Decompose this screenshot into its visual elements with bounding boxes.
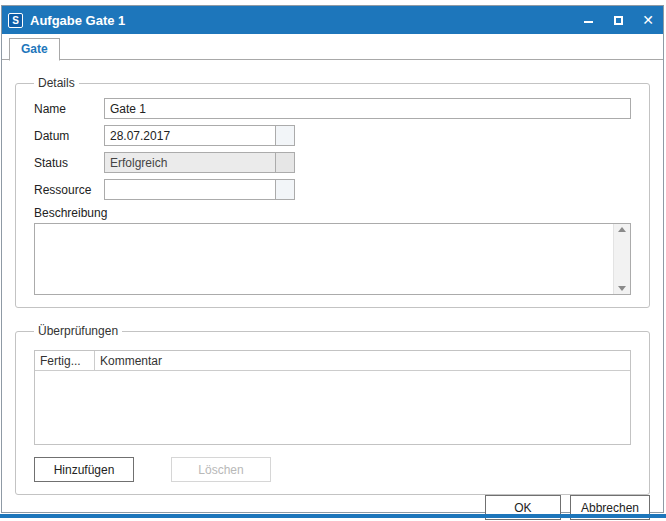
status-value: Erfolgreich (105, 153, 275, 172)
name-row: Name Gate 1 (34, 98, 631, 119)
column-header-kommentar[interactable]: Kommentar (95, 351, 630, 370)
checks-buttons-row: Hinzufügen Löschen (34, 457, 631, 482)
checks-groupbox: Überprüfungen Fertig... Kommentar Hinzuf… (15, 324, 650, 495)
beschreibung-scrollbar[interactable] (613, 224, 630, 294)
loeschen-button[interactable]: Löschen (171, 457, 271, 482)
close-button[interactable]: ✕ (633, 6, 663, 34)
beschreibung-textarea[interactable] (34, 223, 631, 295)
beschreibung-label: Beschreibung (34, 206, 631, 220)
close-icon: ✕ (642, 13, 654, 27)
ressource-value (105, 180, 275, 199)
datum-dropdown-button[interactable] (275, 126, 294, 145)
minimize-button[interactable] (573, 6, 603, 34)
window-title: Aufgabe Gate 1 (30, 13, 573, 28)
name-value: Gate 1 (110, 102, 146, 116)
datum-combobox[interactable]: 28.07.2017 (104, 125, 295, 146)
status-row: Status Erfolgreich (34, 152, 631, 173)
ressource-label: Ressource (34, 183, 104, 197)
datum-value: 28.07.2017 (105, 126, 275, 145)
checks-table: Fertig... Kommentar (34, 350, 631, 445)
hinzufuegen-button[interactable]: Hinzufügen (34, 457, 134, 482)
ressource-row: Ressource (34, 179, 631, 200)
datum-row: Datum 28.07.2017 (34, 125, 631, 146)
checks-table-header: Fertig... Kommentar (35, 351, 630, 371)
titlebar[interactable]: S Aufgabe Gate 1 ✕ (2, 6, 663, 34)
name-input[interactable]: Gate 1 (104, 98, 631, 119)
ressource-combobox[interactable] (104, 179, 295, 200)
minimize-icon (584, 21, 593, 23)
tab-gate[interactable]: Gate (9, 38, 60, 61)
app-icon-letter: S (12, 15, 19, 26)
bottom-strip (0, 514, 666, 518)
scroll-down-icon[interactable] (618, 286, 626, 291)
status-combobox: Erfolgreich (104, 152, 295, 173)
checks-legend: Überprüfungen (34, 324, 122, 338)
app-icon: S (8, 13, 23, 28)
column-header-fertig[interactable]: Fertig... (35, 351, 95, 370)
details-groupbox: Details Name Gate 1 Datum 28.07.2017 Sta… (15, 76, 650, 308)
maximize-icon (614, 16, 623, 25)
status-label: Status (34, 156, 104, 170)
details-legend: Details (34, 76, 79, 90)
name-label: Name (34, 102, 104, 116)
maximize-button[interactable] (603, 6, 633, 34)
checks-table-body (35, 371, 630, 445)
dialog-content: Details Name Gate 1 Datum 28.07.2017 Sta… (2, 60, 663, 495)
datum-label: Datum (34, 129, 104, 143)
ressource-dropdown-button[interactable] (275, 180, 294, 199)
status-dropdown-button (275, 153, 294, 172)
tab-strip: Gate (2, 34, 663, 60)
scroll-up-icon[interactable] (618, 227, 626, 232)
dialog-window: S Aufgabe Gate 1 ✕ Gate Details Name (1, 5, 664, 513)
window-controls: ✕ (573, 6, 663, 34)
